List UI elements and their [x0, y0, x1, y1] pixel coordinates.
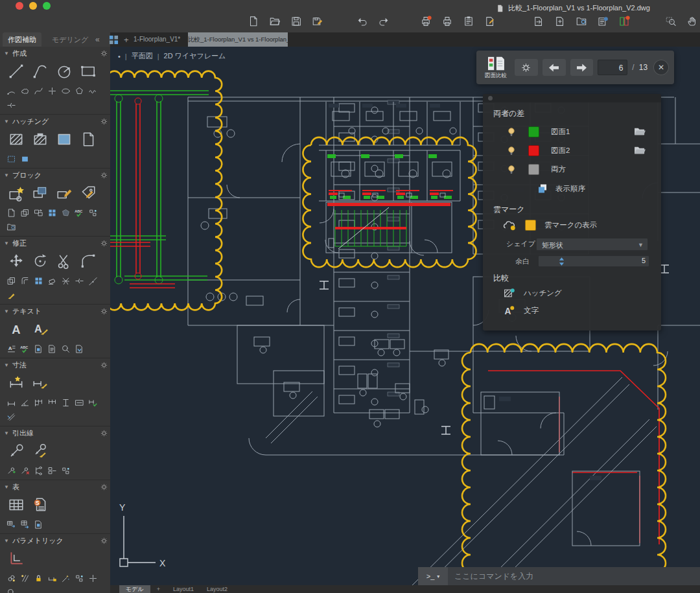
search-tool[interactable]	[60, 343, 71, 355]
gradient-icon[interactable]	[56, 131, 73, 148]
open-web-icon[interactable]	[576, 16, 587, 27]
wand-tool[interactable]	[60, 572, 71, 585]
drawing2-folder-icon[interactable]	[634, 145, 646, 155]
array-tool[interactable]	[46, 207, 58, 219]
export-data-icon[interactable]	[20, 520, 30, 529]
dwg-compare-tool[interactable]: 図面比較	[482, 56, 510, 80]
spell-icon[interactable]: ABC	[75, 208, 84, 218]
trim-tool[interactable]	[53, 250, 75, 273]
replace-tool[interactable]	[32, 207, 44, 219]
gradient-tool[interactable]	[53, 128, 75, 151]
leader-align-tool[interactable]	[32, 465, 44, 477]
viewport-visual-style-control[interactable]: 2D ワイヤフレーム	[164, 51, 226, 61]
save-icon[interactable]	[290, 16, 302, 27]
pdf-tool[interactable]	[73, 343, 85, 355]
search-tool[interactable]	[5, 587, 17, 593]
tab-model[interactable]: モデル	[119, 585, 150, 593]
undo-icon[interactable]	[356, 16, 368, 27]
page-setup-icon[interactable]	[463, 16, 474, 27]
hatch-edit-icon[interactable]	[32, 131, 49, 148]
printer-icon[interactable]	[420, 16, 432, 27]
leader-add-icon[interactable]	[6, 466, 16, 476]
lock-icon[interactable]	[34, 574, 43, 583]
insert-icon[interactable]	[554, 16, 566, 27]
explode-icon[interactable]	[61, 276, 71, 286]
command-prompt-button[interactable]: >_ ▾	[418, 567, 448, 585]
parallel-tool[interactable]	[19, 572, 30, 585]
table-icon[interactable]	[8, 496, 25, 513]
coincident-tool[interactable]	[5, 572, 17, 585]
maximize-window-button[interactable]	[43, 2, 51, 10]
fillet-tool[interactable]	[77, 250, 99, 273]
circle-tool[interactable]	[53, 60, 75, 83]
viewport-view-control[interactable]: 平面図	[132, 51, 153, 61]
coincident-icon[interactable]	[6, 574, 16, 583]
section-collapse-caret[interactable]: ▼	[4, 430, 9, 436]
dim-linear-icon[interactable]	[6, 398, 16, 408]
section-collapse-caret[interactable]: ▼	[4, 362, 9, 368]
dim-lock-tool[interactable]	[46, 572, 58, 585]
rotate-icon[interactable]	[32, 253, 49, 270]
show-clouds-label[interactable]: 雲マークの表示	[544, 220, 597, 230]
point-icon[interactable]	[47, 86, 57, 96]
leader-align-icon[interactable]	[34, 466, 43, 476]
squiggle-icon[interactable]	[88, 86, 98, 96]
polygon-tool[interactable]	[73, 85, 85, 97]
line-icon[interactable]	[8, 63, 25, 80]
dim-baseline-tool[interactable]	[32, 397, 44, 409]
close-compare-button[interactable]: ✕	[653, 60, 669, 75]
polyline-icon[interactable]	[32, 63, 49, 80]
cloud-shape-dropdown[interactable]: 矩形状 ▼	[536, 238, 648, 251]
constraint-icon[interactable]	[75, 574, 84, 583]
section-collapse-caret[interactable]: ▼	[4, 484, 9, 490]
circle-icon[interactable]	[56, 63, 73, 80]
constraint-tool[interactable]	[87, 207, 99, 219]
section-collapse-caret[interactable]: ▼	[4, 240, 9, 246]
gear-icon[interactable]	[100, 50, 108, 57]
pan-icon[interactable]	[686, 16, 698, 27]
dim-boxed-icon[interactable]	[75, 398, 84, 408]
revcloud-tool[interactable]	[19, 85, 30, 97]
section-collapse-caret[interactable]: ▼	[4, 538, 9, 544]
drawing2-color-swatch[interactable]	[528, 145, 539, 156]
datalink-icon[interactable]	[6, 520, 16, 529]
attdef-icon[interactable]	[80, 185, 97, 202]
ribbon-tab-modeling[interactable]: モデリング	[52, 32, 88, 47]
hatch-icon[interactable]	[8, 131, 25, 148]
leader-remove-icon[interactable]	[20, 466, 30, 476]
dim-baseline-icon[interactable]	[34, 398, 43, 408]
leader-collect-icon[interactable]	[47, 466, 57, 476]
rectangle-tool[interactable]	[77, 60, 99, 83]
gear-icon[interactable]	[100, 362, 108, 369]
constraint-icon[interactable]	[61, 466, 71, 476]
text-compare-label[interactable]: 文字	[524, 306, 539, 316]
compare-settings-button[interactable]	[515, 59, 538, 76]
leader-icon[interactable]	[8, 443, 25, 459]
boundary-tool[interactable]	[5, 153, 17, 165]
arc-icon[interactable]	[6, 86, 16, 96]
viewport-menu-icon[interactable]: •	[118, 52, 121, 60]
solid-tool[interactable]	[19, 153, 30, 165]
array-icon[interactable]	[34, 276, 43, 286]
gear-icon[interactable]	[100, 240, 108, 247]
leader-remove-tool[interactable]	[19, 465, 30, 477]
explode-tool[interactable]	[60, 275, 71, 287]
erase-tool[interactable]	[46, 275, 58, 287]
dim-continue-icon[interactable]	[47, 398, 57, 408]
field-icon[interactable]	[47, 344, 57, 354]
viewport-controls[interactable]: • | 平面図 | 2D ワイヤフレーム	[118, 51, 226, 61]
ellipse-tool[interactable]	[60, 85, 71, 97]
move-tool[interactable]	[5, 250, 27, 273]
minimize-window-button[interactable]	[29, 2, 37, 10]
doc-blue-icon[interactable]	[34, 344, 43, 354]
compare-icon[interactable]	[618, 16, 630, 27]
revision-cloud-icon[interactable]	[502, 220, 517, 231]
command-input[interactable]: ここにコマンドを入力	[448, 571, 700, 582]
break-icon[interactable]	[75, 276, 84, 286]
leader-brush-tool[interactable]	[29, 439, 51, 463]
text-style-tool[interactable]: A	[29, 318, 51, 341]
slider-handle[interactable]	[559, 257, 565, 268]
replace-icon[interactable]	[34, 208, 43, 218]
drawing1-color-swatch[interactable]	[528, 126, 539, 137]
block-insert-icon[interactable]	[8, 185, 25, 202]
